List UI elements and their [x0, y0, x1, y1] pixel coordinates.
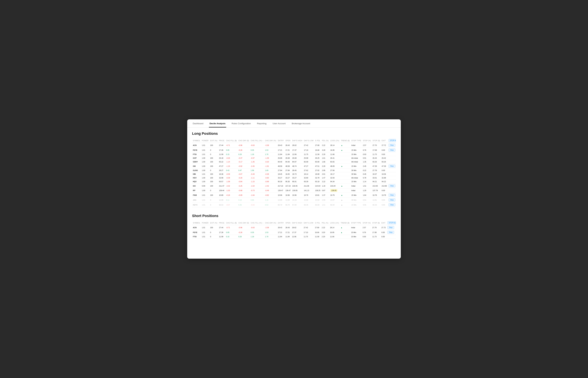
table-row: KEYS1.01066.63-0.070.35-0.030.5366.7066.… [192, 202, 396, 207]
table-row: ACN1.0110027.44-0.71-0.96-0.63-3.3828.43… [192, 225, 396, 230]
short-positions-section: Short Positions SYMBOLPOWEREXIT (%)PRICE… [192, 214, 396, 239]
stop-all-button[interactable]: STOP ALL [388, 139, 396, 142]
table-row: HBI1.0110018.36-0.09-0.07-0.49-0.3818.45… [192, 172, 396, 176]
stop-all-button[interactable]: STOP ALL [387, 221, 396, 224]
stop-button[interactable]: Stop [388, 144, 396, 147]
nav-item-rules-configuration[interactable]: Rules Configuration [231, 119, 252, 127]
long-positions-table-wrapper: SYMBOLPOWEREXIT (%)PRICECHG FILL ($)CHG … [192, 138, 396, 207]
main-content: Long Positions SYMBOLPOWEREXIT (%)PRICEC… [187, 128, 401, 249]
app-container: DashboardDecile AnalysisRules Configurat… [187, 119, 401, 259]
stop-button[interactable]: Stop [387, 231, 394, 234]
table-row: ITAB1.0110010.89-0.18-0.09-1.64-0.8210.9… [192, 193, 396, 198]
stop-button[interactable]: Stop [388, 164, 396, 168]
long-positions-table: SYMBOLPOWEREXIT (%)PRICECHG FILL ($)CHG … [192, 138, 396, 207]
nav-item-reporting[interactable]: Reporting [256, 119, 267, 127]
short-positions-title: Short Positions [192, 214, 396, 218]
short-positions-table: SYMBOLPOWEREXIT (%)PRICECHG FILL ($)CHG … [192, 221, 396, 239]
table-row: FTSI1.01011.990.150.201.181.7011.8411.84… [192, 235, 396, 239]
nav-item-brokerage-account[interactable]: Brokerage Account [291, 119, 311, 127]
nav-item-decile-analysis[interactable]: Decile Analysis [209, 119, 226, 127]
nav-item-user-account[interactable]: User Account [272, 119, 286, 127]
nav-item-dashboard[interactable]: Dashboard [192, 119, 204, 127]
long-positions-section: Long Positions SYMBOLPOWEREXIT (%)PRICEC… [192, 132, 396, 207]
table-row: GDDY1.0010083.22-1.14-0.17-1.35-0.2084.4… [192, 160, 396, 164]
stop-button[interactable]: Stop [388, 203, 396, 206]
table-row: GCP1.0010026.18-0.26-0.37-0.97-1.3926.68… [192, 156, 396, 160]
nav-bar: DashboardDecile AnalysisRules Configurat… [187, 119, 401, 128]
table-row: FEYE1.01017.260.05-0.260.351.5317.2117.2… [192, 148, 396, 153]
stop-button[interactable]: Stop [387, 226, 394, 229]
stop-button[interactable]: Stop [388, 148, 396, 152]
stop-button[interactable]: Stop [388, 184, 396, 187]
table-row: HGV1.0010032.90-0.39-0.20-1.11-0.6033.27… [192, 176, 396, 180]
long-positions-title: Long Positions [192, 132, 396, 136]
stop-button[interactable]: Stop [388, 198, 396, 202]
table-row: GIII1.0010047.27-1.19-0.92-2.45-1.9148.5… [192, 164, 396, 169]
table-row: IFF1.000138.44-1.03-0.68-0.73-0.49139.47… [192, 188, 396, 193]
short-positions-table-wrapper: SYMBOLPOWEREXIT (%)PRICECHG FILL ($)CHG … [192, 221, 396, 239]
table-row: FEYE1.01017.260.05-0.260.351.5317.2117.2… [192, 230, 396, 235]
table-row: GLNG1.00028.270.430.471.581.6927.8427.84… [192, 169, 396, 172]
table-row: JAG1.01013.990.110.160.861.1613.8813.881… [192, 198, 396, 202]
table-row: HQV1.0010093.57-1.08-0.84-1.15-0.8995.30… [192, 180, 396, 184]
stop-button[interactable]: Stop [388, 193, 396, 197]
table-row: IAC0.99100211.47-3.32-5.25-1.54-2.42217.… [192, 184, 396, 188]
table-row: ACN1.0110027.44-0.71-0.96-0.63-3.3828.43… [192, 143, 396, 148]
table-row: FTSI1.01011.990.150.201.181.7011.8411.84… [192, 153, 396, 156]
